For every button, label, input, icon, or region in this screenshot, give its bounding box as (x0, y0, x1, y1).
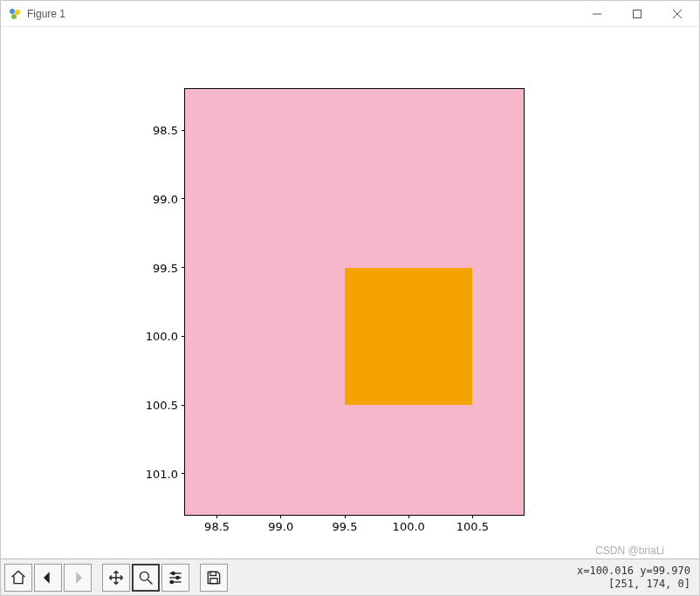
y-tick-label: 99.0 (133, 192, 185, 205)
app-icon (8, 7, 22, 21)
y-tick-label: 99.5 (133, 261, 185, 274)
svg-line-8 (148, 579, 153, 584)
svg-point-0 (10, 9, 15, 14)
axes: 98.599.099.5100.0100.5101.098.599.099.51… (184, 88, 525, 516)
minimize-button[interactable] (577, 1, 617, 26)
window-title: Figure 1 (27, 8, 65, 20)
forward-button[interactable] (64, 564, 92, 592)
titlebar: Figure 1 (1, 1, 699, 27)
maximize-button[interactable] (617, 1, 657, 26)
home-button[interactable] (4, 564, 32, 592)
y-tick-label: 101.0 (133, 467, 185, 480)
y-tick-label: 100.0 (133, 330, 185, 343)
pan-button[interactable] (102, 564, 130, 592)
close-button[interactable] (657, 1, 697, 26)
svg-point-7 (140, 572, 148, 580)
svg-rect-16 (210, 578, 217, 583)
window-controls (577, 1, 697, 26)
x-tick-label: 99.5 (319, 515, 371, 533)
x-tick-label: 99.0 (255, 515, 307, 533)
configure-subplots-button[interactable] (161, 564, 189, 592)
x-tick-label: 100.5 (446, 515, 498, 533)
svg-rect-15 (210, 572, 216, 575)
cursor-coords: x=100.016 y=99.970 (577, 565, 690, 577)
save-button[interactable] (200, 564, 228, 592)
zoom-button[interactable] (132, 564, 160, 592)
plot-canvas[interactable]: 98.599.099.5100.0100.5101.098.599.099.51… (1, 27, 699, 558)
svg-point-1 (15, 10, 20, 15)
svg-point-10 (172, 572, 175, 574)
x-tick-label: 98.5 (191, 515, 244, 533)
x-tick-label: 100.0 (382, 515, 435, 533)
watermark: CSDN @briaLi (595, 545, 664, 557)
svg-point-12 (176, 576, 179, 579)
svg-point-2 (11, 14, 17, 19)
svg-point-14 (170, 580, 173, 583)
data-region (345, 268, 472, 405)
y-tick-label: 100.5 (133, 399, 185, 412)
y-tick-label: 98.5 (133, 124, 185, 137)
cursor-status: x=100.016 y=99.970 [251, 174, 0] (577, 565, 696, 590)
toolbar: x=100.016 y=99.970 [251, 174, 0] (1, 558, 699, 595)
cursor-pixel: [251, 174, 0] (577, 578, 690, 590)
svg-rect-4 (634, 10, 642, 17)
back-button[interactable] (34, 564, 62, 592)
